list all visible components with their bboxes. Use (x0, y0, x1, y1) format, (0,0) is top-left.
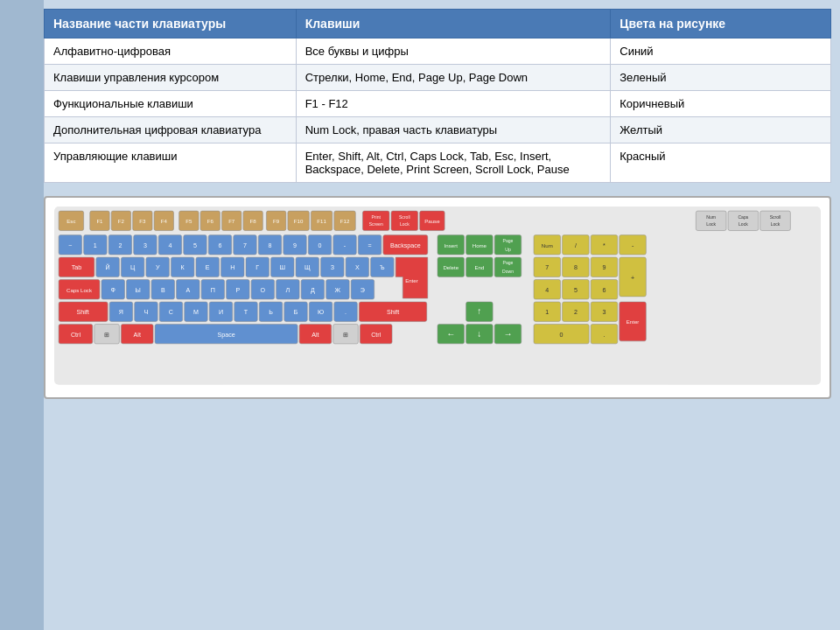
svg-text:Д: Д (311, 287, 315, 294)
svg-text:Lock: Lock (400, 221, 410, 227)
svg-text:9: 9 (293, 242, 297, 249)
svg-text:С: С (169, 309, 173, 316)
svg-text:Н: Н (230, 264, 234, 271)
svg-text:=: = (368, 242, 372, 249)
svg-text:Num: Num (542, 242, 553, 248)
svg-text:F12: F12 (340, 218, 350, 224)
svg-text:5: 5 (193, 242, 197, 249)
header-color: Цвета на рисунке (611, 10, 831, 38)
svg-text:Щ: Щ (304, 264, 311, 271)
svg-text:Insert: Insert (444, 242, 458, 248)
svg-text:3: 3 (144, 242, 147, 249)
svg-text:6: 6 (602, 287, 606, 294)
cell-color: Синий (611, 38, 831, 65)
svg-text:Lock: Lock (738, 221, 748, 227)
svg-text:↑: ↑ (477, 306, 481, 316)
svg-text:А: А (186, 287, 190, 294)
svg-text:Т: Т (244, 309, 248, 316)
svg-text:Ю: Ю (318, 309, 324, 316)
svg-text:Ctrl: Ctrl (71, 332, 80, 339)
svg-text:.: . (345, 309, 346, 316)
svg-text:Tab: Tab (72, 264, 82, 271)
cell-color: Зеленый (611, 65, 831, 91)
svg-text:Ctrl: Ctrl (371, 332, 381, 339)
svg-text:2: 2 (118, 242, 122, 249)
header-part: Название части клавиатуры (45, 10, 297, 38)
svg-text:1: 1 (94, 242, 97, 249)
svg-text:/: / (575, 242, 577, 249)
cell-part: Дополнительная цифровая клавиатура (45, 117, 297, 144)
table-row: Управляющие клавишиEnter, Shift, Alt, Ct… (45, 144, 831, 183)
svg-text:Scroll: Scroll (770, 214, 781, 220)
svg-text:Ж: Ж (335, 287, 341, 294)
svg-text:0: 0 (560, 332, 564, 339)
svg-text:F6: F6 (207, 218, 214, 224)
svg-text:Page: Page (503, 260, 514, 265)
svg-text:0: 0 (318, 242, 322, 249)
svg-text:.: . (603, 332, 605, 339)
svg-text:Б: Б (294, 309, 298, 316)
cell-keys: Стрелки, Home, End, Page Up, Page Down (296, 65, 611, 91)
svg-text:End: End (474, 264, 484, 270)
svg-text:Э: Э (360, 287, 365, 294)
svg-text:Ш: Ш (279, 264, 285, 271)
svg-text:Print: Print (371, 214, 381, 220)
svg-text:Delete: Delete (443, 264, 458, 270)
table-row: Алфавитно-цифроваяВсе буквы и цифрыСиний (45, 38, 831, 65)
svg-text:7: 7 (545, 264, 549, 271)
cell-part: Клавиши управления курсором (45, 65, 297, 91)
svg-text:Enter: Enter (626, 318, 640, 325)
svg-text:Ы: Ы (136, 287, 141, 294)
svg-text:+: + (631, 275, 634, 282)
svg-text:Ф: Ф (111, 287, 116, 294)
svg-text:Г: Г (256, 264, 259, 271)
svg-text:8: 8 (574, 264, 578, 271)
svg-text:Shift: Shift (387, 309, 399, 316)
svg-text:В: В (161, 287, 165, 294)
keyboard-svg: Esc F1 F2 F3 F4 F5 F6 F7 F8 F9 F10 F11 (54, 206, 821, 385)
cell-color: Желтый (611, 117, 831, 144)
svg-text:Backspace: Backspace (390, 242, 421, 249)
svg-text:1: 1 (545, 309, 549, 316)
svg-text:И: И (219, 309, 223, 316)
svg-text:Up: Up (505, 247, 511, 252)
svg-text:О: О (261, 287, 266, 294)
svg-text:Caps Lock: Caps Lock (66, 287, 93, 293)
svg-text:Shift: Shift (76, 309, 88, 316)
svg-text:3: 3 (602, 309, 606, 316)
svg-text:М: М (193, 309, 199, 316)
svg-text:Num: Num (706, 214, 716, 220)
svg-text:F8: F8 (250, 218, 257, 224)
svg-text:З: З (331, 264, 334, 271)
svg-text:У: У (156, 264, 160, 271)
svg-text:Lock: Lock (771, 221, 780, 227)
svg-text:Е: Е (206, 264, 210, 271)
content-area: Название части клавиатуры Клавиши Цвета … (44, 9, 831, 621)
cell-keys: Num Lock, правая часть клавиатуры (296, 117, 611, 144)
svg-text:Page: Page (503, 238, 514, 243)
svg-text:F3: F3 (139, 218, 146, 224)
cell-part: Управляющие клавиши (45, 144, 297, 183)
svg-text:Ч: Ч (144, 309, 149, 316)
svg-text:Ъ: Ъ (380, 264, 385, 271)
cell-part: Функциональные клавиши (45, 91, 297, 117)
cell-color: Красный (611, 144, 831, 183)
cell-keys: F1 - F12 (296, 91, 611, 117)
svg-text:Я: Я (119, 309, 123, 316)
svg-text:F1: F1 (96, 218, 103, 224)
svg-text:Alt: Alt (134, 332, 141, 339)
svg-text:*: * (603, 242, 606, 249)
svg-text:F11: F11 (317, 218, 326, 224)
svg-text:F9: F9 (273, 218, 280, 224)
cell-keys: Enter, Shift, Alt, Ctrl, Caps Lock, Tab,… (296, 144, 611, 183)
svg-text:Р: Р (235, 287, 240, 294)
svg-text:Enter: Enter (405, 277, 418, 284)
svg-text:8: 8 (269, 242, 272, 249)
svg-text:Л: Л (286, 287, 290, 294)
svg-text:Alt: Alt (312, 332, 318, 339)
svg-text:↓: ↓ (477, 329, 481, 339)
cell-color: Коричневый (611, 91, 831, 117)
svg-text:9: 9 (602, 264, 606, 271)
svg-text:Caps: Caps (738, 214, 748, 220)
svg-text:Screen: Screen (369, 221, 383, 227)
